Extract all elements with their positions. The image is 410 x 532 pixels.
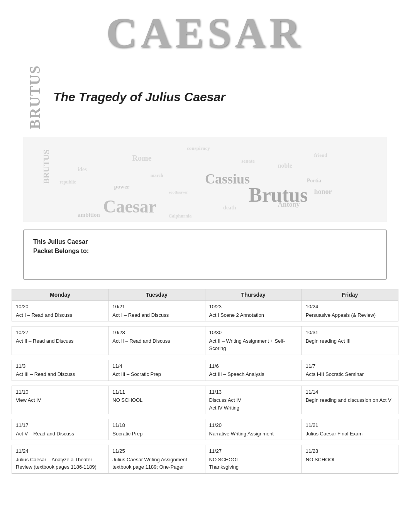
wordcloud-word: death [223,205,236,211]
cell-item: Act IV Writing [209,404,298,412]
schedule-cell: 10/31Begin reading Act III [302,326,398,355]
cell-date: 11/13 [209,388,298,396]
schedule-cell: 11/6Act III – Speech Analysis [205,360,302,381]
wordcloud-word: march [151,173,163,178]
wordcloud-word: senate [241,158,255,164]
table-row: 11/24Julius Caesar – Analyze a Theater R… [12,445,398,474]
brutus-sidebar: BRUTUS [23,65,46,129]
cell-date: 11/7 [306,362,394,370]
cell-date: 11/17 [16,422,104,429]
cell-date: 11/21 [306,422,394,429]
cell-content: 11/17Act V – Read and Discuss [16,422,104,437]
cell-date: 10/28 [112,329,201,337]
schedule-table: Monday Tuesday Thursday Friday 10/20Act … [12,289,398,474]
cell-content: 10/23Act I Scene 2 Annotation [209,303,298,319]
wordcloud-word: ides [78,167,86,173]
cell-date: 11/20 [209,422,298,429]
week-spacer [12,414,398,419]
table-row: 10/27Act II – Read and Discuss10/28Act I… [12,326,398,355]
cell-item: NO SCHOOL [209,456,298,464]
cell-item: Act III – Speech Analysis [209,371,298,378]
cell-content: 11/10View Act IV [16,388,104,404]
cell-item: Act III – Read and Discuss [16,371,104,378]
cell-date: 11/11 [112,388,201,396]
schedule-cell: 11/7Acts I-III Socratic Seminar [302,360,398,381]
wordcloud-word: Portia [307,178,321,184]
cell-content: 11/24Julius Caesar – Analyze a Theater R… [16,447,104,471]
cell-item: NO SCHOOL [306,456,394,464]
cell-item: Act I – Read and Discuss [112,311,201,319]
wordcloud-word: friend [314,152,327,158]
wordcloud-word: Caesar [103,196,156,217]
cell-date: 10/31 [306,329,394,337]
cell-item: Act II – Read and Discuss [16,337,104,345]
schedule-cell: 11/17Act V – Read and Discuss [12,419,108,440]
cell-content: 11/4Act III – Socratic Prep [112,362,201,378]
cell-content: 11/3Act III – Read and Discuss [16,362,104,378]
cell-content: 10/21Act I – Read and Discuss [112,303,201,319]
cell-date: 10/20 [16,303,104,311]
wordcloud-word: power [114,184,130,190]
cell-date: 11/28 [306,447,394,455]
brutus-vertical-text: BRUTUS [26,65,43,129]
schedule-cell: 10/30Act II – Writing Assignment + Self-… [205,326,302,355]
cell-date: 10/24 [306,303,394,311]
schedule-cell: 11/13Discuss Act IVAct IV Writing [205,386,302,414]
cell-date: 11/3 [16,362,104,370]
cell-date: 11/6 [209,362,298,370]
cell-item: Act III – Socratic Prep [112,371,201,378]
cell-date: 11/27 [209,447,298,455]
cell-item: Begin reading Act III [306,337,394,345]
cell-item: Act I Scene 2 Annotation [209,311,298,319]
cell-date: 10/30 [209,329,298,337]
wordcloud-word: noble [278,162,292,169]
cell-content: 11/28NO SCHOOL [306,447,394,463]
cell-content: 10/28Act II – Read and Discuss [112,329,201,345]
wordcloud-word: Antony [278,201,300,209]
wordcloud-word: ambition [78,212,100,218]
schedule-cell: 11/3Act III – Read and Discuss [12,360,108,381]
subtitle-row: BRUTUS The Tragedy of Julius Caesar [0,58,410,133]
wordcloud-word: Calphurnia [169,213,191,219]
week-spacer [12,355,398,360]
schedule-cell: 11/28NO SCHOOL [302,445,398,474]
week-spacer [12,321,398,326]
table-header-row: Monday Tuesday Thursday Friday [12,289,398,301]
schedule-cell: 10/28Act II – Read and Discuss [108,326,205,355]
cell-content: 10/30Act II – Writing Assignment + Self-… [209,329,298,352]
cell-item: Julius Caesar – Analyze a Theater Review… [16,456,104,471]
cell-content: 10/27Act II – Read and Discuss [16,329,104,345]
cell-date: 10/27 [16,329,104,337]
cell-item: Julius Caesar Writing Assignment – textb… [112,456,201,471]
cell-item: Act II – Read and Discuss [112,337,201,345]
page: CAESAR BRUTUS The Tragedy of Julius Caes… [0,0,410,532]
cell-date: 11/24 [16,447,104,455]
schedule-cell: 11/10View Act IV [12,386,108,414]
schedule-cell: 11/4Act III – Socratic Prep [108,360,205,381]
schedule-cell: 11/25Julius Caesar Writing Assignment – … [108,445,205,474]
cell-item: Narrative Writing Assignment [209,430,298,438]
tragedy-title: The Tragedy of Julius Caesar [53,90,225,104]
cell-content: 10/20Act I – Read and Discuss [16,303,104,319]
schedule-section: Monday Tuesday Thursday Friday 10/20Act … [12,289,398,474]
cell-item: Act V – Read and Discuss [16,430,104,438]
cell-content: 10/31Begin reading Act III [306,329,394,345]
wordcloud-area: BrutusCaesarCassiusBRUTUSRomehonornobled… [23,137,387,222]
header-section: CAESAR [0,0,410,58]
cell-content: 11/14Begin reading and discussion on Act… [306,388,394,404]
schedule-cell: 11/21Julius Caesar Final Exam [302,419,398,440]
wordcloud-word: Cassius [205,171,250,187]
schedule-cell: 10/24Persuasive Appeals (& Review) [302,301,398,321]
schedule-cell: 11/11NO SCHOOL [108,386,205,414]
cell-content: 11/13Discuss Act IVAct IV Writing [209,388,298,412]
week-spacer [12,440,398,445]
cell-content: 11/21Julius Caesar Final Exam [306,422,394,437]
col-friday: Friday [302,289,398,301]
cell-item: Act II – Writing Assignment + Self-Scori… [209,337,298,352]
wordcloud-word: soothsayer [169,190,188,194]
table-row: 11/10View Act IV11/11NO SCHOOL11/13Discu… [12,386,398,414]
col-tuesday: Tuesday [108,289,205,301]
cell-date: 11/10 [16,388,104,396]
cell-content: 11/7Acts I-III Socratic Seminar [306,362,394,378]
cell-content: 11/25Julius Caesar Writing Assignment – … [112,447,201,471]
